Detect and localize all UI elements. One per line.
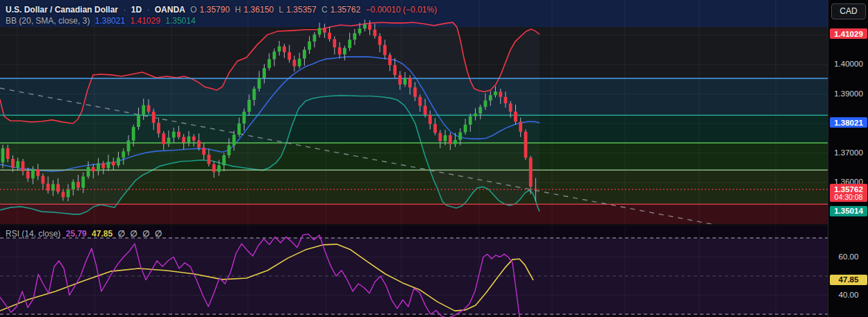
price-axis-label: 1.37000 — [828, 148, 868, 157]
low-value: 1.35357 — [286, 5, 316, 15]
rsi-axis-label: 40.00 — [828, 291, 868, 299]
open-label: O — [190, 5, 197, 15]
high-value: 1.36150 — [244, 5, 274, 15]
pane-separator — [0, 224, 828, 225]
price-axis-label: 1.39000 — [828, 89, 868, 98]
price-badge: 1.41029 — [830, 28, 867, 39]
change-value: −0.00010 (−0.01%) — [365, 5, 437, 15]
symbol-title: U.S. Dollar / Canadian Dollar — [6, 5, 118, 15]
bb-indicator-legend[interactable]: BB (20, SMA, close, 3) 1.38021 1.41029 1… — [6, 16, 199, 26]
price-axis[interactable]: CAD 1.400001.390001.370001.3600060.0040.… — [828, 0, 868, 317]
countdown-timer: 04:30:08 — [830, 194, 867, 201]
open-value: 1.35790 — [199, 5, 229, 15]
rsi-null-value: ∅ — [130, 229, 137, 239]
current-price-badge: 1.3576204:30:08 — [830, 184, 867, 202]
timeframe-label[interactable]: 1D — [131, 5, 142, 15]
legend-separator: · — [147, 5, 149, 15]
bb-upper-value: 1.41029 — [130, 16, 160, 26]
rsi-null-value: ∅ — [155, 229, 162, 239]
rsi-pane — [0, 234, 828, 317]
rsi-null-value: ∅ — [117, 229, 124, 239]
rsi-label: RSI (14, close) — [6, 229, 60, 239]
rsi-axis-label: 60.00 — [828, 252, 868, 261]
exchange-label: OANDA — [155, 5, 185, 15]
high-label: H — [235, 5, 241, 15]
low-label: L — [279, 5, 284, 15]
rsi-indicator-legend[interactable]: RSI (14, close) 25.79 47.85 ∅ ∅ ∅ ∅ — [6, 229, 165, 239]
legend-separator: · — [123, 5, 126, 15]
rsi-null-value: ∅ — [142, 229, 149, 239]
bb-basis-value: 1.38021 — [95, 16, 125, 26]
currency-button[interactable]: CAD — [831, 3, 866, 19]
main-chart[interactable] — [0, 0, 828, 317]
price-badge: 1.38021 — [830, 117, 867, 128]
trading-chart-app: U.S. Dollar / Canadian Dollar · 1D · OAN… — [0, 0, 868, 317]
bb-lower-value: 1.35014 — [165, 16, 195, 26]
close-label: C — [322, 5, 328, 15]
symbol-legend[interactable]: U.S. Dollar / Canadian Dollar · 1D · OAN… — [6, 5, 440, 15]
chart-canvas — [0, 0, 828, 317]
price-axis-label: 1.40000 — [828, 60, 868, 68]
price-badge: 1.35014 — [830, 206, 867, 216]
rsi-value: 25.79 — [66, 229, 87, 239]
rsi-ma-badge: 47.85 — [830, 275, 867, 285]
close-value: 1.35762 — [331, 5, 360, 15]
rsi-ma-value: 47.85 — [92, 229, 112, 239]
bb-label: BB (20, SMA, close, 3) — [6, 16, 90, 26]
